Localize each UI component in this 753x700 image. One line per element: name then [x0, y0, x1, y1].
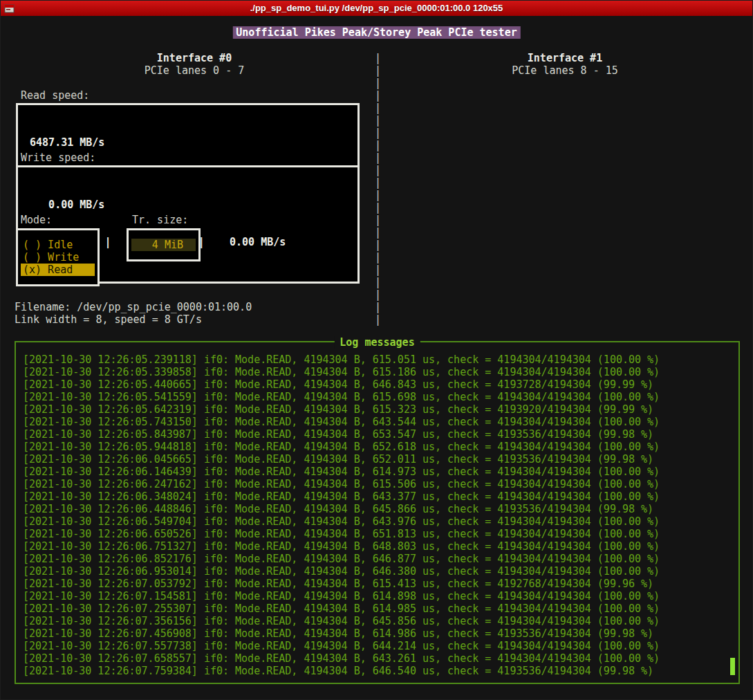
interface0-title: Interface #0: [15, 52, 374, 64]
app-header-title: Unofficial Pikes Peak/Storey Peak PCIe t…: [232, 26, 520, 39]
log-entry: [2021-10-30 12:26:05.843987] if0: Mode.R…: [23, 428, 732, 441]
log-entry: [2021-10-30 12:26:06.348024] if0: Mode.R…: [23, 490, 732, 503]
write-speed-current: 0.00 MB/s: [24, 199, 357, 211]
tr-size-box: 4 MiB: [127, 228, 201, 261]
window-titlebar[interactable]: ./pp_sp_demo_tui.py /dev/pp_sp_pcie_0000…: [1, 1, 752, 16]
read-speed-label: Read speed:: [21, 89, 89, 102]
window-icon[interactable]: [4, 3, 15, 14]
log-entry: [2021-10-30 12:26:05.944818] if0: Mode.R…: [23, 441, 732, 453]
log-entry: [2021-10-30 12:26:05.339858] if0: Mode.R…: [23, 366, 732, 378]
log-entry: [2021-10-30 12:26:07.557738] if0: Mode.R…: [23, 640, 732, 652]
link-info-text: Link width = 8, speed = 8 GT/s: [15, 313, 202, 326]
log-entry: [2021-10-30 12:26:06.146439] if0: Mode.R…: [23, 466, 732, 478]
mode-radio-option[interactable]: ( ) Write: [21, 251, 95, 264]
log-entry: [2021-10-30 12:26:07.456908] if0: Mode.R…: [23, 627, 732, 640]
log-entry: [2021-10-30 12:26:06.045665] if0: Mode.R…: [23, 453, 732, 466]
log-entry: [2021-10-30 12:26:06.852176] if0: Mode.R…: [23, 553, 732, 565]
mode-radio-option[interactable]: (x) Read: [21, 264, 95, 276]
log-entry: [2021-10-30 12:26:06.448846] if0: Mode.R…: [23, 503, 732, 515]
log-entry: [2021-10-30 12:26:05.642319] if0: Mode.R…: [23, 403, 732, 416]
interface1-subtitle: PCIe lanes 8 - 15: [385, 64, 745, 77]
terminal-window: ./pp_sp_demo_tui.py /dev/pp_sp_pcie_0000…: [0, 0, 753, 700]
log-entry: [2021-10-30 12:26:07.154581] if0: Mode.R…: [23, 590, 732, 602]
column-divider: | | | | | | | | | | | | | | | | | | | | …: [375, 52, 381, 326]
mode-radio-option[interactable]: ( ) Idle: [21, 239, 95, 251]
log-entry: [2021-10-30 12:26:06.247162] if0: Mode.R…: [23, 478, 732, 490]
log-scrollbar-thumb[interactable]: [730, 658, 735, 675]
log-entry: [2021-10-30 12:26:05.743150] if0: Mode.R…: [23, 416, 732, 428]
window-title: ./pp_sp_demo_tui.py /dev/pp_sp_pcie_0000…: [250, 2, 503, 15]
log-messages-box: Log messages [2021-10-30 12:26:05.239118…: [15, 341, 740, 684]
log-entry: [2021-10-30 12:26:05.541559] if0: Mode.R…: [23, 391, 732, 403]
tr-size-label: Tr. size:: [132, 214, 188, 226]
filename-text: Filename: /dev/pp_sp_pcie_0000:01:00.0: [15, 301, 252, 313]
log-entry: [2021-10-30 12:26:07.658557] if0: Mode.R…: [23, 652, 732, 665]
interface0-subtitle: PCIe lanes 0 - 7: [15, 64, 374, 77]
log-entry: [2021-10-30 12:26:07.356156] if0: Mode.R…: [23, 615, 732, 627]
tr-size-input[interactable]: 4 MiB: [131, 239, 196, 251]
log-list: [2021-10-30 12:26:05.239118] if0: Mode.R…: [16, 342, 738, 683]
write-speed-label: Write speed:: [21, 151, 95, 164]
read-speed-current: 6487.31 MB/s: [24, 136, 357, 149]
log-entry: [2021-10-30 12:26:07.053792] if0: Mode.R…: [23, 578, 732, 590]
log-entry: [2021-10-30 12:26:06.751327] if0: Mode.R…: [23, 540, 732, 553]
log-entry: [2021-10-30 12:26:06.953014] if0: Mode.R…: [23, 565, 732, 578]
log-entry: [2021-10-30 12:26:07.255307] if0: Mode.R…: [23, 602, 732, 615]
log-entry: [2021-10-30 12:26:06.549704] if0: Mode.R…: [23, 515, 732, 528]
mode-radio-group: ( ) Idle( ) Write(x) Read: [16, 228, 100, 286]
log-entry: [2021-10-30 12:26:07.759384] if0: Mode.R…: [23, 665, 732, 677]
interface1-title: Interface #1: [385, 52, 745, 64]
log-entry: [2021-10-30 12:26:06.650526] if0: Mode.R…: [23, 528, 732, 540]
log-entry: [2021-10-30 12:26:05.239118] if0: Mode.R…: [23, 353, 732, 366]
log-entry: [2021-10-30 12:26:05.440665] if0: Mode.R…: [23, 378, 732, 391]
mode-label: Mode:: [21, 214, 52, 226]
